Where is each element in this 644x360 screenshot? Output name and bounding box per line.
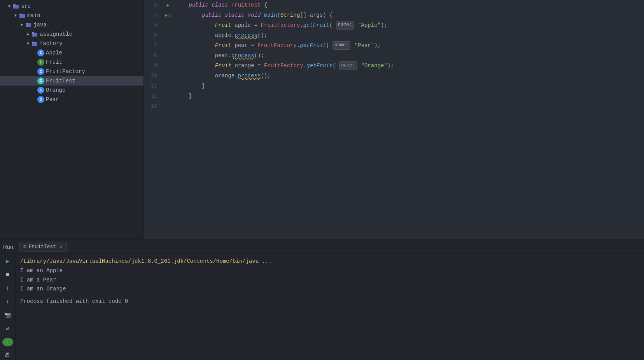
code-line-10: orange.process();: [176, 71, 644, 81]
sidebar-item-fruittest[interactable]: C FruitTest: [0, 76, 144, 86]
gutter-7: [163, 40, 173, 51]
class-apple-icon: C: [37, 49, 44, 56]
panel-tab-bar: Run: ⊡ FruitTest ✕: [0, 240, 644, 254]
sidebar-item-orange[interactable]: C Orange: [0, 86, 144, 95]
chevron-java-icon: [19, 22, 25, 28]
gutter-4[interactable]: ▶⊟: [163, 10, 173, 20]
code-area[interactable]: public class FruitTest { public static v…: [173, 0, 644, 239]
sidebar-item-main-label: main: [27, 12, 40, 19]
line-num-5: 5: [144, 20, 160, 30]
gutter-6: [163, 30, 173, 40]
sidebar-item-src[interactable]: src: [0, 2, 144, 11]
panel-tab-label: FruitTest: [29, 244, 56, 250]
chevron-assignable-icon: [25, 31, 31, 37]
gutter-5: [163, 20, 173, 30]
panel-output: /Library/Java/JavaVirtualMachines/jdk1.8…: [16, 254, 644, 360]
svg-rect-3: [19, 14, 22, 15]
sidebar-item-orange-label: Orange: [46, 87, 65, 93]
class-pear-icon: C: [37, 96, 44, 103]
sidebar-item-factory-label: factory: [40, 40, 63, 47]
folder-java-icon: [25, 21, 32, 28]
sidebar-item-factory[interactable]: factory: [0, 39, 144, 48]
output-text-3: I am an Orange: [20, 286, 66, 292]
folder-src-icon: [12, 3, 19, 10]
panel-scroll-up-button[interactable]: ↑: [2, 284, 13, 293]
code-line-12: }: [176, 91, 644, 101]
sidebar-item-pear[interactable]: C Pear: [0, 95, 144, 104]
gutter-9: [163, 61, 173, 71]
panel-pin-button[interactable]: ↓: [2, 338, 13, 347]
panel-wrap-button[interactable]: ⇌: [2, 324, 13, 333]
sidebar-item-java-label: java: [33, 22, 47, 28]
code-line-11: }: [176, 81, 644, 91]
code-editor: 3 4 5 6 7 8 9 10 11 12 13 ▶ ▶⊟ ⊟: [144, 0, 644, 239]
output-exit-line: Process finished with exit code 0: [20, 297, 639, 306]
output-path-line: /Library/Java/JavaVirtualMachines/jdk1.8…: [20, 257, 639, 266]
output-line-2: I am a Pear: [20, 276, 639, 285]
sidebar-item-java[interactable]: java: [0, 20, 144, 30]
output-line-1: I am an Apple: [20, 266, 639, 276]
sidebar-item-fruitfactory-label: FruitFactory: [46, 68, 85, 75]
gutter-13: [163, 101, 173, 111]
sidebar-item-assignable-label: assignable: [40, 31, 72, 37]
sidebar-item-fruit-label: Fruit: [46, 59, 62, 65]
output-text-2: I am a Pear: [20, 277, 56, 283]
panel-run-button[interactable]: ▶: [2, 257, 13, 266]
line-num-13: 13: [144, 101, 160, 111]
class-fruittest-icon: C: [37, 77, 44, 84]
code-line-7: Fruit pear = FruitFactory.getFruit( name…: [176, 40, 644, 51]
sidebar-item-fruit[interactable]: I Fruit: [0, 58, 144, 67]
line-num-8: 8: [144, 51, 160, 61]
sidebar-item-main[interactable]: main: [0, 11, 144, 20]
editor-gutter: ▶ ▶⊟ ⊟: [163, 0, 173, 239]
code-line-5: Fruit apple = FruitFactory.getFruit( nam…: [176, 20, 644, 30]
svg-rect-9: [32, 42, 34, 43]
output-path-text: /Library/Java/JavaVirtualMachines/jdk1.8…: [20, 258, 272, 264]
class-fruit-icon: I: [37, 59, 44, 66]
line-num-11: 11: [144, 81, 160, 91]
line-num-12: 12: [144, 91, 160, 101]
gutter-10: [163, 71, 173, 81]
code-line-4: public static void main(String[] args) {: [176, 10, 644, 20]
line-num-9: 9: [144, 61, 160, 71]
line-num-3: 3: [144, 0, 160, 10]
line-num-7: 7: [144, 40, 160, 51]
run-label: Run:: [3, 244, 15, 250]
output-text-1: I am an Apple: [20, 267, 63, 274]
sidebar-item-apple-label: Apple: [46, 50, 62, 56]
code-line-6: apple.process();: [176, 30, 644, 40]
sidebar-item-fruittest-label: FruitTest: [46, 78, 75, 84]
chevron-factory-icon: [25, 40, 31, 47]
file-tree: src main java assignable: [0, 0, 144, 239]
folder-factory-icon: [31, 40, 38, 47]
code-line-3: public class FruitTest {: [176, 0, 644, 10]
chevron-src-icon: [6, 3, 12, 9]
line-num-10: 10: [144, 71, 160, 81]
sidebar-item-apple[interactable]: C Apple: [0, 48, 144, 58]
chevron-main-icon: [12, 12, 19, 19]
svg-rect-5: [26, 23, 28, 24]
panel-tab-fruittest[interactable]: ⊡ FruitTest ✕: [19, 242, 67, 252]
sidebar-item-fruitfactory[interactable]: C FruitFactory: [0, 67, 144, 76]
sidebar-item-assignable[interactable]: assignable: [0, 30, 144, 39]
gutter-11[interactable]: ⊟: [163, 81, 173, 91]
panel-print-button[interactable]: 🖶: [2, 351, 13, 360]
panel-sidebar: ▶ ■ ↑ ↓ 📷 ⇌ ↓ 🖶: [0, 254, 16, 360]
svg-rect-7: [32, 32, 34, 33]
class-orange-icon: C: [37, 87, 44, 94]
panel-camera-button[interactable]: 📷: [2, 311, 13, 320]
class-fruitfactory-icon: C: [37, 68, 44, 75]
gutter-3[interactable]: ▶: [163, 0, 173, 10]
panel-scroll-down-button[interactable]: ↓: [2, 297, 13, 306]
line-numbers: 3 4 5 6 7 8 9 10 11 12 13: [144, 0, 163, 239]
panel-tab-close-icon[interactable]: ✕: [60, 244, 63, 249]
gutter-8: [163, 51, 173, 61]
panel-content-area: ▶ ■ ↑ ↓ 📷 ⇌ ↓ 🖶 /Library/Java/JavaVirtua…: [0, 254, 644, 360]
panel-stop-button[interactable]: ■: [2, 271, 13, 280]
output-exit-text: Process finished with exit code 0: [20, 298, 128, 304]
svg-rect-1: [13, 4, 16, 5]
folder-assignable-icon: [31, 31, 38, 38]
sidebar-item-pear-label: Pear: [46, 96, 59, 103]
bottom-panel: Run: ⊡ FruitTest ✕ ▶ ■ ↑ ↓ 📷 ⇌ ↓ 🖶 /Libr…: [0, 239, 644, 360]
line-num-4: 4: [144, 10, 160, 20]
